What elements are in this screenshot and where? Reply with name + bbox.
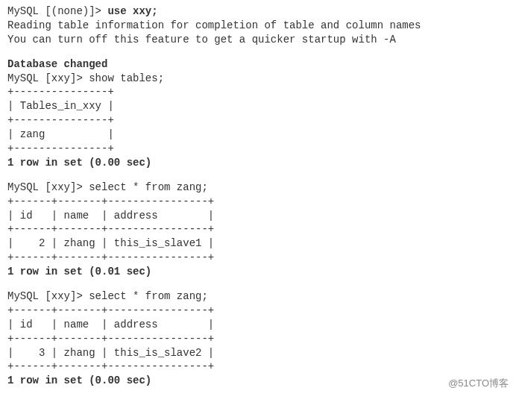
prompt-xxy: MySQL [xxy]> bbox=[7, 181, 89, 193]
prompt-show-tables: MySQL [xxy]> show tables; bbox=[7, 72, 509, 86]
cmd-show-tables: show tables; bbox=[89, 72, 164, 84]
tables-border-bottom: +---------------+ bbox=[7, 142, 509, 156]
tables-border-mid: +---------------+ bbox=[7, 113, 509, 128]
blank-line bbox=[7, 170, 509, 181]
select1-header: | id | name | address | bbox=[7, 209, 509, 223]
database-changed: Database changed bbox=[7, 57, 509, 72]
select2-border-mid: +------+-------+----------------+ bbox=[7, 332, 509, 346]
watermark: @51CTO博客 bbox=[448, 377, 509, 390]
info-line-1: Reading table information for completion… bbox=[7, 19, 509, 33]
table-row: | 2 | zhang | this_is_slave1 | bbox=[7, 236, 509, 251]
blank-line bbox=[7, 279, 509, 289]
info-line-2: You can turn off this feature to get a q… bbox=[7, 33, 509, 47]
cmd-select: select * from zang; bbox=[89, 290, 208, 302]
select1-result: 1 row in set (0.01 sec) bbox=[7, 265, 509, 279]
table-row: | zang | bbox=[7, 128, 509, 142]
blank-line bbox=[7, 47, 509, 57]
select2-result: 1 row in set (0.00 sec) bbox=[7, 374, 509, 388]
select1-border-top: +------+-------+----------------+ bbox=[7, 195, 509, 209]
prompt-xxy: MySQL [xxy]> bbox=[7, 290, 89, 302]
prompt-select-1: MySQL [xxy]> select * from zang; bbox=[7, 181, 509, 195]
cmd-select: select * from zang; bbox=[89, 181, 208, 193]
select2-header: | id | name | address | bbox=[7, 318, 509, 332]
tables-header: | Tables_in_xxy | bbox=[7, 99, 509, 113]
select1-border-mid: +------+-------+----------------+ bbox=[7, 222, 509, 236]
select2-border-top: +------+-------+----------------+ bbox=[7, 304, 509, 318]
tables-result: 1 row in set (0.00 sec) bbox=[7, 156, 509, 170]
select1-border-bottom: +------+-------+----------------+ bbox=[7, 251, 509, 265]
prompt-xxy: MySQL [xxy]> bbox=[7, 72, 89, 84]
prompt-use-db: MySQL [(none)]> use xxy; bbox=[7, 4, 509, 19]
tables-border-top: +---------------+ bbox=[7, 85, 509, 99]
prompt-none: MySQL [(none)]> bbox=[7, 5, 107, 17]
table-row: | 3 | zhang | this_is_slave2 | bbox=[7, 346, 509, 360]
prompt-select-2: MySQL [xxy]> select * from zang; bbox=[7, 289, 509, 304]
cmd-use: use xxy; bbox=[107, 5, 157, 17]
select2-border-bottom: +------+-------+----------------+ bbox=[7, 360, 509, 374]
